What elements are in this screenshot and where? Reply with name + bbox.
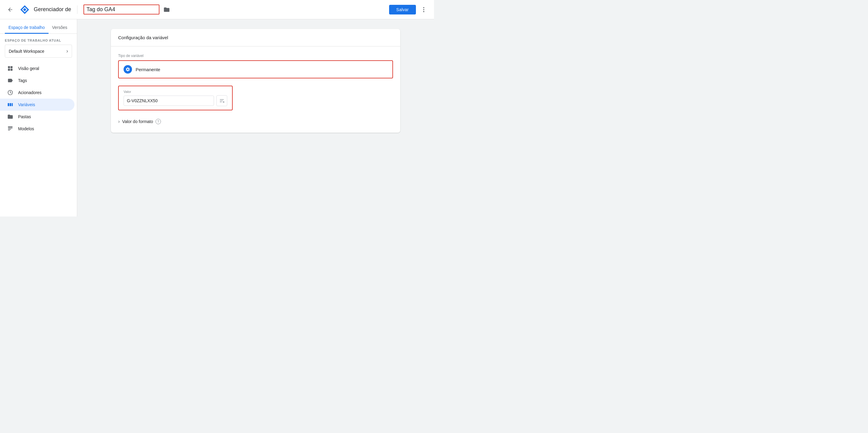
value-input[interactable] [124, 95, 214, 106]
divider [77, 5, 78, 14]
sidebar-nav: Visão geral Tags Acio [0, 60, 77, 216]
svg-rect-19 [220, 99, 224, 100]
card-body: Tipo de variável Permanente Valor [111, 47, 400, 133]
svg-rect-13 [10, 103, 11, 106]
sidebar-item-label-visao-geral: Visão geral [18, 66, 39, 71]
content-area: Configuração da variável Tipo de variáve… [77, 19, 434, 216]
svg-rect-14 [12, 103, 13, 106]
format-value-label: Valor do formato [122, 119, 153, 124]
variable-insert-button[interactable] [216, 95, 227, 106]
config-card: Configuração da variável Tipo de variáve… [111, 29, 400, 133]
main-layout: Espaço de trabalho Versões ESPAÇO DE TRA… [0, 19, 434, 216]
sidebar-item-tags[interactable]: Tags [0, 75, 74, 87]
sidebar-item-visao-geral[interactable]: Visão geral [0, 62, 74, 75]
tag-name-input[interactable] [84, 4, 159, 15]
svg-rect-8 [10, 66, 13, 68]
value-section: Valor [118, 86, 233, 110]
value-input-row [124, 95, 227, 106]
variable-type-selector[interactable]: Permanente [118, 60, 393, 78]
tag-name-wrapper [84, 4, 172, 15]
variable-type-label: Tipo de variável [118, 54, 393, 58]
sidebar-item-label-tags: Tags [18, 78, 27, 83]
trigger-icon [7, 90, 13, 95]
sidebar: Espaço de trabalho Versões ESPAÇO DE TRA… [0, 19, 77, 216]
svg-point-5 [423, 9, 424, 10]
svg-rect-18 [8, 130, 10, 131]
help-icon[interactable]: ? [156, 119, 161, 124]
variable-icon [7, 102, 13, 108]
gear-icon [124, 65, 132, 74]
svg-point-4 [423, 7, 424, 8]
tab-workspace[interactable]: Espaço de trabalho [5, 23, 49, 34]
svg-rect-12 [8, 103, 9, 106]
workspace-name: Default Workspace [9, 49, 44, 54]
save-button[interactable]: Salvar [389, 5, 416, 15]
tab-versions[interactable]: Versões [49, 23, 71, 34]
sidebar-item-acionadores[interactable]: Acionadores [0, 87, 74, 98]
format-value-row[interactable]: › Valor do formato ? [118, 118, 393, 125]
svg-rect-20 [220, 100, 223, 101]
chevron-right-icon: › [66, 48, 68, 54]
sidebar-item-modelos[interactable]: Modelos [0, 123, 74, 135]
sidebar-item-label-acionadores: Acionadores [18, 90, 41, 95]
overview-icon [7, 65, 13, 71]
top-bar-left: Gerenciador de [5, 4, 172, 15]
svg-rect-10 [10, 69, 13, 71]
sidebar-item-label-variaveis: Variáveis [18, 102, 35, 107]
value-label: Valor [124, 90, 227, 93]
svg-rect-17 [8, 129, 11, 129]
folder-nav-icon [7, 114, 13, 120]
workspace-item[interactable]: Default Workspace › [5, 45, 72, 58]
svg-rect-7 [8, 66, 10, 68]
top-bar: Gerenciador de Salvar [0, 0, 434, 19]
workspace-section-label: ESPAÇO DE TRABALHO ATUAL [5, 38, 72, 42]
sidebar-item-label-pastas: Pastas [18, 114, 31, 119]
sidebar-item-pastas[interactable]: Pastas [0, 111, 74, 123]
svg-rect-15 [8, 127, 13, 127]
sidebar-item-label-modelos: Modelos [18, 126, 34, 131]
svg-point-6 [423, 11, 424, 12]
variable-type-name: Permanente [135, 67, 160, 72]
app-title: Gerenciador de [34, 6, 71, 13]
top-bar-right: Salvar [389, 4, 429, 15]
folder-button[interactable] [162, 5, 172, 15]
workspace-section: ESPAÇO DE TRABALHO ATUAL Default Workspa… [0, 34, 77, 60]
template-icon [7, 126, 13, 132]
sidebar-item-variaveis[interactable]: Variáveis [0, 98, 74, 111]
app-logo [19, 4, 30, 15]
tag-icon [7, 78, 13, 84]
sidebar-tabs: Espaço de trabalho Versões [0, 19, 77, 34]
back-button[interactable] [5, 4, 16, 15]
svg-rect-16 [8, 128, 13, 129]
expand-icon: › [118, 119, 120, 124]
card-title: Configuração da variável [111, 29, 400, 47]
svg-rect-21 [220, 102, 222, 102]
more-options-button[interactable] [418, 4, 429, 15]
svg-rect-9 [8, 69, 10, 71]
